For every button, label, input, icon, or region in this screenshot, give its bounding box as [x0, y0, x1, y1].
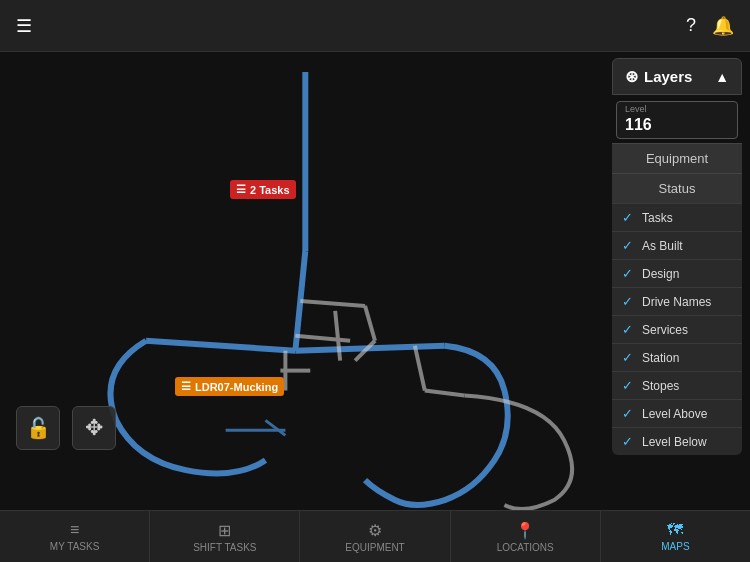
equipment-button[interactable]: Equipment: [612, 143, 742, 173]
bottom-item-my-tasks[interactable]: ≡ MY TASKS: [0, 511, 150, 562]
layer-item-label: Stopes: [642, 379, 679, 393]
layer-check-icon: ✓: [622, 266, 636, 281]
layer-check-icon: ✓: [622, 350, 636, 365]
layer-item-label: As Built: [642, 239, 683, 253]
level-field: Level 116: [616, 101, 738, 139]
bottom-item-label: SHIFT TASKS: [193, 542, 256, 553]
move-icon: ✥: [85, 415, 103, 441]
layer-check-icon: ✓: [622, 378, 636, 393]
ldr-marker[interactable]: ☰ LDR07-Mucking: [175, 377, 284, 396]
svg-line-10: [425, 391, 465, 396]
header-right: ? 🔔: [686, 15, 734, 37]
bottom-item-shift-tasks[interactable]: ⊞ SHIFT TASKS: [150, 511, 300, 562]
layers-title-group: ⊛ Layers: [625, 67, 692, 86]
layer-item-label: Design: [642, 267, 679, 281]
hamburger-icon[interactable]: ☰: [16, 15, 32, 37]
level-label: Level: [625, 104, 647, 114]
bottom-item-icon: 🗺: [667, 521, 683, 539]
bell-icon[interactable]: 🔔: [712, 15, 734, 37]
layer-item-label: Level Below: [642, 435, 707, 449]
layer-check-icon: ✓: [622, 322, 636, 337]
tasks-marker[interactable]: ☰ 2 Tasks: [230, 180, 296, 199]
ldr-marker-icon: ☰: [181, 380, 191, 393]
layer-check-icon: ✓: [622, 294, 636, 309]
lock-icon: 🔓: [26, 416, 51, 440]
layer-item-label: Tasks: [642, 211, 673, 225]
layer-check-icon: ✓: [622, 406, 636, 421]
svg-line-9: [415, 346, 425, 391]
layer-item-label: Station: [642, 351, 679, 365]
layer-item-label: Level Above: [642, 407, 707, 421]
layer-item-design[interactable]: ✓ Design: [612, 259, 742, 287]
layers-panel: ⊛ Layers ▲ Level 116 Equipment Status ✓ …: [612, 58, 742, 455]
layers-collapse-icon[interactable]: ▲: [715, 69, 729, 85]
move-button[interactable]: ✥: [72, 406, 116, 450]
layer-item-tasks[interactable]: ✓ Tasks: [612, 203, 742, 231]
svg-line-5: [365, 306, 375, 341]
tasks-marker-icon: ☰: [236, 183, 246, 196]
map-controls: 🔓 ✥: [16, 406, 116, 450]
svg-line-2: [146, 341, 295, 351]
bottom-item-icon: ⊞: [218, 521, 231, 540]
layer-item-label: Services: [642, 323, 688, 337]
bottom-item-label: MY TASKS: [50, 541, 99, 552]
layer-item-level-above[interactable]: ✓ Level Above: [612, 399, 742, 427]
bottom-item-icon: ⚙: [368, 521, 382, 540]
bottom-item-label: EQUIPMENT: [345, 542, 404, 553]
layer-item-as-built[interactable]: ✓ As Built: [612, 231, 742, 259]
layer-check-icon: ✓: [622, 434, 636, 449]
layers-header: ⊛ Layers ▲: [612, 58, 742, 95]
bottom-item-locations[interactable]: 📍 LOCATIONS: [451, 511, 601, 562]
layer-item-stopes[interactable]: ✓ Stopes: [612, 371, 742, 399]
bottom-bar: ≡ MY TASKS ⊞ SHIFT TASKS ⚙ EQUIPMENT 📍 L…: [0, 510, 750, 562]
layers-stack-icon: ⊛: [625, 67, 638, 86]
bottom-item-maps[interactable]: 🗺 MAPS: [601, 511, 750, 562]
bottom-item-equipment[interactable]: ⚙ EQUIPMENT: [300, 511, 450, 562]
header-left: ☰: [16, 15, 32, 37]
bottom-item-icon: ≡: [70, 521, 79, 539]
help-icon[interactable]: ?: [686, 15, 696, 36]
layer-item-services[interactable]: ✓ Services: [612, 315, 742, 343]
layer-item-station[interactable]: ✓ Station: [612, 343, 742, 371]
svg-line-4: [300, 301, 365, 306]
svg-line-14: [265, 420, 285, 435]
bottom-item-label: LOCATIONS: [497, 542, 554, 553]
layer-check-icon: ✓: [622, 210, 636, 225]
layers-title: Layers: [644, 68, 692, 85]
layer-check-icon: ✓: [622, 238, 636, 253]
ldr-marker-label: LDR07-Mucking: [195, 381, 278, 393]
status-button[interactable]: Status: [612, 173, 742, 203]
layer-item-level-below[interactable]: ✓ Level Below: [612, 427, 742, 455]
tasks-marker-label: 2 Tasks: [250, 184, 290, 196]
bottom-item-label: MAPS: [661, 541, 689, 552]
lock-button[interactable]: 🔓: [16, 406, 60, 450]
layer-items-list: ✓ Tasks ✓ As Built ✓ Design ✓ Drive Name…: [612, 203, 742, 455]
svg-line-8: [335, 311, 340, 361]
app-header: ☰ ? 🔔: [0, 0, 750, 52]
layer-item-label: Drive Names: [642, 295, 711, 309]
bottom-item-icon: 📍: [515, 521, 535, 540]
layer-item-drive-names[interactable]: ✓ Drive Names: [612, 287, 742, 315]
svg-line-7: [295, 336, 350, 341]
